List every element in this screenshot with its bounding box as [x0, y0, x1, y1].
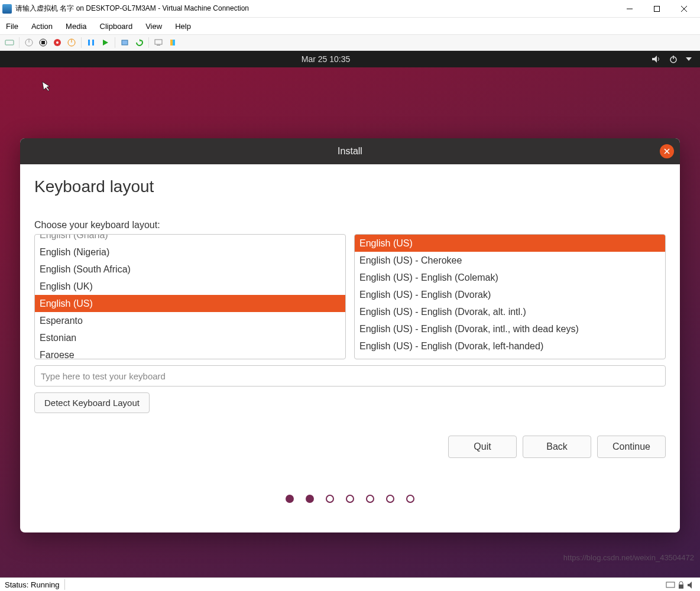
menu-view[interactable]: View	[145, 22, 162, 31]
progress-dot	[346, 495, 354, 503]
network-status-icon	[666, 581, 675, 589]
list-item[interactable]: English (US)	[355, 235, 665, 252]
menu-media[interactable]: Media	[66, 22, 86, 31]
svg-rect-14	[92, 40, 94, 46]
menu-help[interactable]: Help	[175, 22, 191, 31]
list-item[interactable]: Faroese	[35, 346, 345, 359]
svg-rect-4	[5, 40, 14, 45]
svg-rect-13	[88, 40, 90, 46]
svg-point-10	[56, 41, 59, 44]
list-item[interactable]: English (UK)	[35, 278, 345, 295]
app-icon	[2, 4, 12, 14]
close-window-button[interactable]	[670, 0, 698, 18]
keyboard-test-input[interactable]	[34, 365, 666, 387]
status-divider	[64, 579, 65, 590]
minimize-button[interactable]	[616, 0, 643, 18]
svg-rect-8	[41, 41, 45, 44]
toolbar-separator	[148, 37, 149, 48]
keyboard-language-list[interactable]: English (Ghana)English (Nigeria)English …	[34, 234, 346, 359]
installer-title: Install	[338, 146, 362, 157]
progress-dot	[306, 495, 314, 503]
continue-button[interactable]: Continue	[597, 436, 666, 458]
toolbar-separator	[81, 37, 82, 48]
svg-rect-16	[122, 40, 128, 45]
toolbar	[0, 34, 700, 51]
progress-dot	[326, 495, 334, 503]
installer-titlebar[interactable]: Install	[20, 138, 680, 164]
progress-dot	[286, 495, 294, 503]
svg-rect-1	[654, 6, 660, 11]
back-button[interactable]: Back	[523, 436, 591, 458]
svg-rect-21	[173, 40, 175, 46]
mouse-cursor-icon	[41, 80, 53, 93]
turnoff-icon[interactable]	[37, 37, 49, 48]
pause-icon[interactable]	[85, 37, 97, 48]
gnome-top-bar: Mar 25 10:35	[0, 51, 700, 67]
save-icon[interactable]	[66, 37, 77, 48]
quit-button[interactable]: Quit	[448, 436, 517, 458]
svg-rect-20	[170, 40, 173, 46]
menu-action[interactable]: Action	[31, 22, 53, 31]
enhanced-session-icon[interactable]	[153, 37, 164, 48]
list-item[interactable]: English (US) - English (Dvorak)	[355, 286, 665, 303]
vm-display[interactable]: Mar 25 10:35 Install Keyboard layout Cho…	[0, 51, 700, 577]
list-item[interactable]: English (US) - Cherokee	[355, 252, 665, 269]
share-icon[interactable]	[167, 37, 179, 48]
list-item[interactable]: English (Nigeria)	[35, 243, 345, 261]
svg-rect-18	[155, 40, 162, 44]
revert-icon[interactable]	[133, 37, 145, 48]
svg-marker-15	[103, 40, 108, 46]
menubar: File Action Media Clipboard View Help	[0, 18, 700, 34]
progress-dot	[366, 495, 374, 503]
close-icon[interactable]	[660, 144, 674, 158]
gnome-datetime[interactable]: Mar 25 10:35	[0, 54, 652, 64]
list-item[interactable]: English (Ghana)	[35, 234, 345, 243]
svg-rect-28	[666, 582, 675, 587]
speaker-status-icon	[687, 581, 695, 589]
svg-rect-19	[157, 45, 160, 46]
status-bar: Status: Running	[0, 577, 700, 591]
list-item[interactable]: English (US) - English (Colemak)	[355, 269, 665, 286]
volume-icon[interactable]	[652, 55, 661, 63]
lock-status-icon	[678, 581, 685, 589]
checkpoint-icon[interactable]	[119, 37, 131, 48]
svg-marker-30	[688, 582, 692, 589]
window-title: 请输入虚拟机 名字 on DESKTOP-GL7M3AM - Virtual M…	[15, 4, 616, 14]
svg-rect-29	[679, 584, 683, 589]
list-item[interactable]: English (US)	[35, 295, 345, 312]
ctrl-alt-del-icon[interactable]	[4, 37, 15, 48]
status-icons	[666, 581, 695, 589]
svg-marker-22	[652, 56, 657, 63]
list-item[interactable]: English (US) - English (Dvorak, intl., w…	[355, 320, 665, 337]
progress-dot	[406, 495, 414, 503]
svg-marker-25	[686, 57, 692, 61]
page-heading: Keyboard layout	[34, 177, 666, 196]
detect-keyboard-button[interactable]: Detect Keyboard Layout	[34, 392, 150, 413]
menu-file[interactable]: File	[6, 22, 18, 31]
keyboard-variant-list[interactable]: English (US)English (US) - CherokeeEngli…	[354, 234, 666, 359]
toolbar-separator	[115, 37, 115, 48]
progress-dot	[386, 495, 394, 503]
progress-dots	[34, 495, 666, 503]
maximize-button[interactable]	[643, 0, 670, 18]
shutdown-icon[interactable]	[51, 37, 63, 48]
list-item[interactable]: English (US) - English (Dvorak, alt. int…	[355, 303, 665, 320]
watermark-text: https://blog.csdn.net/weixin_43504472	[563, 553, 694, 562]
list-item[interactable]: Estonian	[35, 329, 345, 346]
list-item[interactable]: English (South Africa)	[35, 261, 345, 278]
start-icon[interactable]	[23, 37, 35, 48]
list-item[interactable]: English (US) - English (Dvorak, right-ha…	[355, 355, 665, 359]
reset-icon[interactable]	[99, 37, 111, 48]
window-titlebar: 请输入虚拟机 名字 on DESKTOP-GL7M3AM - Virtual M…	[0, 0, 700, 18]
list-item[interactable]: English (US) - English (Dvorak, left-han…	[355, 337, 665, 355]
power-icon[interactable]	[669, 55, 678, 63]
choose-label: Choose your keyboard layout:	[34, 220, 666, 230]
chevron-down-icon[interactable]	[686, 57, 692, 61]
installer-window: Install Keyboard layout Choose your keyb…	[20, 138, 680, 532]
list-item[interactable]: Esperanto	[35, 312, 345, 329]
status-text: Status: Running	[5, 580, 60, 589]
menu-clipboard[interactable]: Clipboard	[100, 22, 133, 31]
toolbar-separator	[19, 37, 20, 48]
